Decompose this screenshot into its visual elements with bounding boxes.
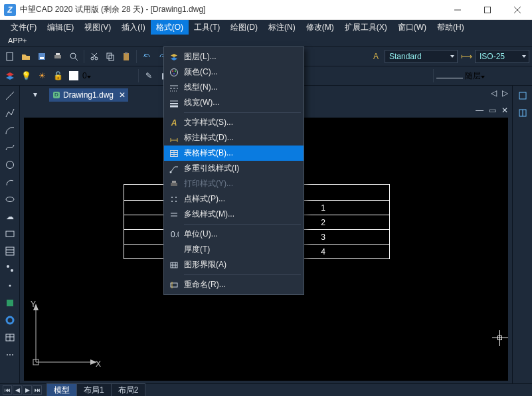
svg-rect-23 [6, 231, 14, 237]
menuitem-layers[interactable]: 图层(L)... [164, 49, 304, 64]
polyline-icon[interactable] [3, 106, 17, 120]
preview-icon[interactable] [66, 49, 81, 64]
region-icon[interactable] [3, 296, 17, 310]
menu-格式(O)[interactable]: 格式(O) [151, 20, 189, 35]
layer-0-dropdown[interactable]: 0 [82, 71, 135, 80]
menu-扩展工具(X)[interactable]: 扩展工具(X) [339, 20, 393, 35]
menuitem-limits[interactable]: 图形界限(A) [164, 257, 304, 272]
paste-icon[interactable] [119, 49, 133, 64]
menu-视图(V)[interactable]: 视图(V) [79, 20, 116, 35]
svg-rect-30 [7, 300, 13, 306]
line-icon[interactable] [3, 88, 17, 103]
svg-rect-62 [172, 181, 176, 183]
text-icon: A [164, 118, 184, 128]
menuitem-thick[interactable]: 厚度(T) [164, 242, 304, 257]
menu-bar: 文件(F)编辑(E)视图(V)插入(I)格式(O)工具(T)绘图(D)标注(N)… [0, 20, 532, 35]
menu-绘图(D)[interactable]: 绘图(D) [225, 20, 263, 35]
close-button[interactable] [502, 0, 532, 20]
menu-窗口(W)[interactable]: 窗口(W) [393, 20, 432, 35]
tab-prev-icon[interactable]: ▾ [33, 90, 37, 99]
new-icon[interactable] [3, 49, 17, 64]
tab-nav-right-icon[interactable]: ▷ [502, 88, 508, 98]
dim-style-dropdown[interactable]: ISO-25 [475, 50, 529, 63]
svg-rect-40 [519, 92, 526, 99]
rename-icon [164, 280, 184, 290]
menuitem-units[interactable]: 0.0单位(U)... [164, 227, 304, 242]
menu-标注(N)[interactable]: 标注(N) [263, 20, 301, 35]
layout-tab[interactable]: 模型 [46, 383, 77, 397]
menuitem-text[interactable]: A文字样式(S)... [164, 115, 304, 130]
document-tab[interactable]: D Drawing1.dwg ✕ [49, 88, 128, 102]
color-icon[interactable] [66, 68, 81, 83]
print-icon[interactable] [50, 49, 65, 64]
menuitem-rename[interactable]: 重命名(R)... [164, 277, 304, 292]
text-style-dropdown[interactable]: Standard [385, 50, 458, 63]
menuitem-leader[interactable]: 多重引线样式(I) [164, 161, 304, 176]
app-plus[interactable]: APP+ [0, 35, 532, 47]
svg-point-27 [7, 265, 9, 268]
bulb-icon[interactable]: 💡 [19, 68, 33, 83]
rect-icon[interactable] [3, 227, 17, 241]
table-icon[interactable] [3, 330, 17, 345]
format-menu-dropdown: 图层(L)...颜色(C)...线型(N)...线宽(W)...A文字样式(S)… [163, 47, 304, 295]
sun-icon[interactable]: ☀ [35, 68, 49, 83]
menu-编辑(E)[interactable]: 编辑(E) [42, 20, 79, 35]
cut-icon[interactable] [87, 49, 102, 64]
more-icon[interactable]: ⋯ [3, 347, 17, 362]
circle-icon[interactable] [3, 157, 17, 172]
arc2-icon[interactable] [3, 175, 17, 189]
mdi-restore-icon[interactable]: ▭ [489, 106, 496, 115]
menu-修改(M)[interactable]: 修改(M) [301, 20, 339, 35]
menuitem-point[interactable]: 点样式(P)... [164, 191, 304, 207]
gradient-icon[interactable] [3, 261, 17, 276]
save-icon[interactable] [35, 49, 49, 64]
textstyle-icon[interactable]: A [369, 49, 383, 64]
mdi-close-icon[interactable]: ✕ [501, 106, 508, 115]
document-tab-close-icon[interactable]: ✕ [119, 90, 126, 100]
layer-manager-icon[interactable] [3, 68, 17, 83]
cloud-icon[interactable]: ☁ [3, 209, 17, 224]
layout-last-icon[interactable]: ⏭ [33, 385, 42, 395]
menu-插入(I)[interactable]: 插入(I) [116, 20, 150, 35]
arc-icon[interactable] [3, 123, 17, 138]
layout-prev-icon[interactable]: ◀ [13, 385, 22, 395]
svg-point-31 [7, 317, 13, 324]
dim-icon [164, 134, 184, 143]
lock-icon[interactable]: 🔓 [50, 68, 65, 83]
minimize-button[interactable] [442, 0, 472, 20]
menuitem-mline[interactable]: 多线样式(M)... [164, 207, 304, 222]
undo-icon[interactable] [139, 49, 154, 64]
menuitem-label: 多线样式(M)... [184, 209, 304, 220]
svg-rect-1 [484, 7, 490, 13]
maximize-button[interactable] [472, 0, 502, 20]
tab-nav-left-icon[interactable]: ◁ [491, 88, 497, 98]
menuitem-linetype[interactable]: 线型(N)... [164, 80, 304, 95]
dimstyle-icon[interactable]: ⟼ [459, 49, 474, 64]
menu-文件(F)[interactable]: 文件(F) [5, 20, 42, 35]
point-icon[interactable] [3, 278, 17, 293]
mdi-minimize-icon[interactable]: — [476, 106, 484, 115]
linetype-dropdown[interactable]: 随层 [436, 70, 529, 82]
hatch-icon[interactable] [3, 244, 17, 258]
menu-帮助(H)[interactable]: 帮助(H) [432, 20, 470, 35]
copy-icon[interactable] [103, 49, 118, 64]
right-tool-2-icon[interactable] [515, 106, 530, 120]
menuitem-lineweight[interactable]: 线宽(W)... [164, 95, 304, 110]
linetype-icon [164, 83, 184, 92]
layout-first-icon[interactable]: ⏮ [3, 385, 12, 395]
ellipse-icon[interactable] [3, 192, 17, 207]
menu-工具(T)[interactable]: 工具(T) [189, 20, 225, 35]
a-icon[interactable]: ✎ [141, 68, 156, 83]
menuitem-palette[interactable]: 颜色(C)... [164, 64, 304, 80]
layout-tab[interactable]: 布局1 [76, 383, 112, 397]
palette-icon [164, 68, 184, 77]
menuitem-dim[interactable]: 标注样式(D)... [164, 130, 304, 146]
menuitem-table[interactable]: 表格样式(B)... [164, 146, 304, 161]
right-tool-1-icon[interactable] [515, 88, 530, 103]
open-icon[interactable] [19, 49, 33, 64]
layout-tab[interactable]: 布局2 [111, 383, 146, 397]
donut-icon[interactable] [3, 313, 17, 328]
layout-next-icon[interactable]: ▶ [23, 385, 32, 395]
spline-icon[interactable] [3, 140, 17, 155]
print-icon [164, 179, 184, 189]
